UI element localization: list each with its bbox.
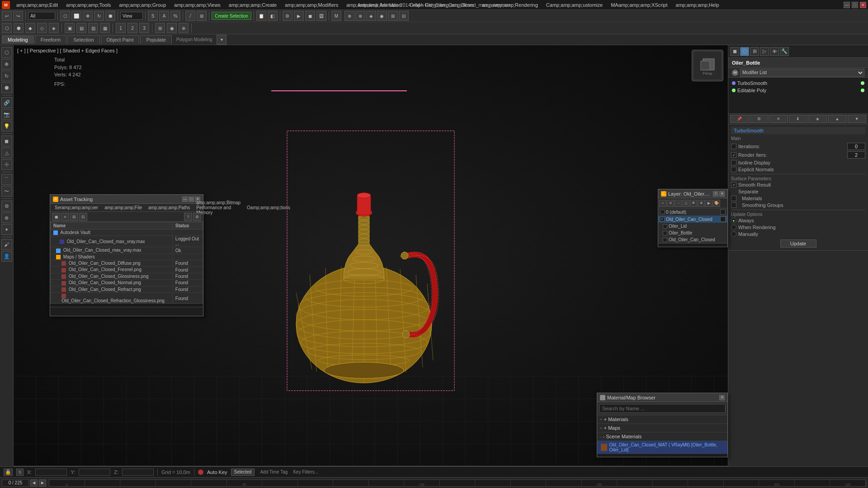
- lock-icon[interactable]: 🔒: [4, 469, 13, 476]
- tab-modeling[interactable]: Modeling: [2, 35, 34, 44]
- mat-scene-item-0[interactable]: Old_Oiler_Can_Closed_MAT ( VRayMtl) [Oil…: [597, 441, 727, 454]
- z-coord-input[interactable]: [122, 469, 154, 476]
- asset-tb1[interactable]: ◼: [52, 213, 60, 221]
- close-button[interactable]: ✕: [860, 2, 866, 8]
- cp-hierarchy-btn[interactable]: ⊞: [750, 47, 759, 56]
- always-radio[interactable]: ●: [731, 218, 736, 223]
- vfb-btn[interactable]: 🖼: [316, 11, 326, 21]
- lt-nurbs-btn[interactable]: 〜: [1, 186, 12, 197]
- autokey-indicator[interactable]: [198, 469, 203, 475]
- table-row[interactable]: Old_Oiler_Can_Closed_Fresnel.png Found: [51, 267, 203, 273]
- sub4-btn[interactable]: ◇: [37, 23, 47, 33]
- asset-menu-paths[interactable]: amp;amp;amp;Paths: [146, 205, 193, 211]
- mod-delete-btn[interactable]: ✕: [769, 115, 788, 123]
- modifier-editable-poly[interactable]: Editable Poly: [730, 87, 866, 94]
- sub5-btn[interactable]: ◈: [49, 23, 59, 33]
- poly4-btn[interactable]: ▦: [100, 23, 110, 33]
- minimize-button[interactable]: —: [844, 2, 850, 8]
- explicit-normals-check[interactable]: [731, 167, 736, 172]
- manually-radio[interactable]: [731, 231, 736, 237]
- render-frame-btn[interactable]: ◼: [305, 11, 315, 21]
- modifier-dropdown[interactable]: Modifier List: [740, 69, 864, 77]
- extra6-btn[interactable]: ⊟: [399, 11, 409, 21]
- lt-populate-btn[interactable]: 👤: [1, 251, 12, 262]
- move-btn[interactable]: ✥: [83, 11, 93, 21]
- layer-btn[interactable]: ◧: [268, 11, 278, 21]
- menu-maxscript[interactable]: MAamp;amp;amp;XScript: [607, 1, 671, 9]
- table-row[interactable]: Old_Oiler_Can_Closed_max_vray.max Logged…: [51, 236, 203, 247]
- material-editor-btn[interactable]: M: [331, 11, 341, 21]
- layer-row-bottle[interactable]: Oiler_Bottle: [658, 230, 727, 236]
- table-row[interactable]: Old_Oiler_Can_Closed_Glossiness.png Foun…: [51, 273, 203, 279]
- mod-move-down-btn[interactable]: ▼: [848, 115, 866, 123]
- frame-prev-btn[interactable]: ◀: [30, 479, 38, 487]
- asset-tb2[interactable]: ≡: [61, 213, 69, 221]
- redo-button[interactable]: ↪: [13, 11, 23, 21]
- layer-del-btn[interactable]: ✕: [667, 200, 674, 207]
- render-iters-input[interactable]: [847, 151, 865, 159]
- mod-move-up-btn[interactable]: ▲: [828, 115, 846, 123]
- table-row[interactable]: Old_Oiler_Can_Closed_Normal.png Found: [51, 280, 203, 286]
- smooth-result-check[interactable]: ✓: [731, 182, 736, 188]
- extra5-btn[interactable]: ⊞: [388, 11, 398, 21]
- layer-row-lid[interactable]: Oiler_Lid: [658, 223, 727, 230]
- lt-effects-btn[interactable]: ✦: [1, 224, 12, 235]
- lt-dynamics-btn[interactable]: ⊕: [1, 212, 12, 223]
- lt-move-btn[interactable]: ✥: [1, 59, 12, 70]
- sub1-btn[interactable]: ⬡: [2, 23, 12, 33]
- select-region-btn[interactable]: ⬜: [71, 11, 81, 21]
- lt-scale-btn[interactable]: ⬢: [1, 82, 12, 93]
- lt-link-btn[interactable]: 🔗: [1, 97, 12, 108]
- layer-color-btn[interactable]: 🎨: [713, 200, 720, 207]
- selection-lock-btn[interactable]: S: [16, 469, 24, 476]
- layer-render-btn[interactable]: ▶: [705, 200, 712, 207]
- mat-scene-section[interactable]: - - Scene Materials: [597, 432, 727, 441]
- filter-dropdown[interactable]: All: [28, 12, 55, 20]
- smoothing-groups-check[interactable]: [731, 202, 736, 208]
- asset-help-btn[interactable]: ?: [184, 213, 192, 221]
- isoline-check[interactable]: [731, 160, 736, 165]
- layer-default-check[interactable]: [660, 210, 665, 214]
- ts-panel-title[interactable]: TurboSmooth: [731, 127, 865, 134]
- constraint-btn[interactable]: ⊕: [179, 23, 189, 33]
- layer-bottle-check[interactable]: [663, 231, 667, 235]
- mat-materials-section[interactable]: + + Materials: [597, 415, 727, 424]
- poly3-btn[interactable]: ▥: [88, 23, 98, 33]
- mod-collapse-btn[interactable]: ⬇: [789, 115, 807, 123]
- tab-options-btn[interactable]: ▾: [217, 35, 226, 45]
- cp-create-btn[interactable]: ◼: [730, 47, 739, 56]
- tab-selection[interactable]: Selection: [67, 35, 99, 44]
- render-btn[interactable]: ▶: [294, 11, 304, 21]
- lt-paint-btn[interactable]: 🖌: [1, 239, 12, 250]
- modifier-turbosmoother[interactable]: TurboSmooth: [730, 80, 866, 87]
- menu-help[interactable]: amp;amp;amp;Help: [672, 1, 723, 9]
- mat-close-btn[interactable]: ✕: [719, 395, 725, 400]
- mod-pin-btn[interactable]: 📌: [730, 115, 749, 123]
- frame-counter[interactable]: 0 / 225: [2, 479, 29, 487]
- layer-default-box[interactable]: [720, 209, 726, 215]
- table-row[interactable]: Old_Oiler_Can_Closed_Diffuse.png Found: [51, 260, 203, 267]
- lt-geometry-btn[interactable]: ◼: [1, 136, 12, 146]
- key-filters-btn[interactable]: Key Filters...: [293, 469, 318, 474]
- layer-hide-btn[interactable]: 👁: [690, 200, 697, 207]
- iterations-check[interactable]: [731, 144, 736, 149]
- lt-systems-btn[interactable]: ⚙: [1, 201, 12, 211]
- layer-row-can[interactable]: Old_Oiler_Can_Closed: [658, 236, 727, 243]
- timeline-track[interactable]: 0 50 100 150 200 225: [49, 479, 866, 487]
- asset-input-area[interactable]: [50, 307, 203, 316]
- menu-animation[interactable]: amp;amp;amp;Animation: [343, 1, 405, 9]
- key-mode-select[interactable]: Selected: [231, 469, 255, 476]
- table-row[interactable]: Old_Oiler_Can_Closed_Refract.png Found: [51, 286, 203, 292]
- layer-can-check[interactable]: [663, 238, 667, 242]
- materials-check[interactable]: [731, 196, 736, 201]
- mat-search-input[interactable]: [599, 404, 726, 413]
- layer-freeze-btn[interactable]: ❄: [698, 200, 705, 207]
- select-object-btn[interactable]: ⬡: [60, 11, 70, 21]
- mat-maps-section[interactable]: + + Maps: [597, 424, 727, 432]
- layer-new-btn[interactable]: +: [659, 200, 666, 207]
- render-setup-btn[interactable]: ⚙: [283, 11, 292, 21]
- cp-utilities-btn[interactable]: 🔧: [780, 47, 789, 56]
- extra2-btn[interactable]: ⊗: [355, 11, 365, 21]
- view2-btn[interactable]: 2: [127, 23, 137, 33]
- extra3-btn[interactable]: ◈: [366, 11, 376, 21]
